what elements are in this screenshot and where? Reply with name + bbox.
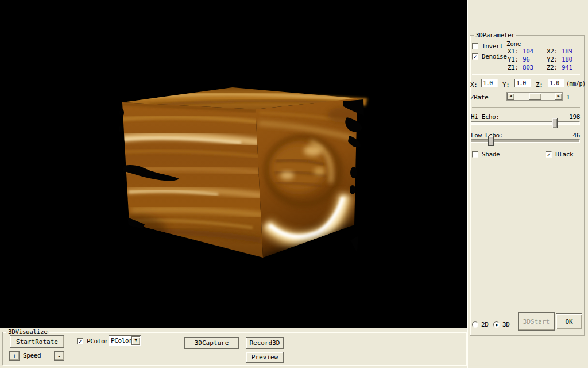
zrate-scroll-left-button[interactable]: ◄: [507, 93, 514, 100]
zone-title: Zone: [506, 40, 521, 48]
invert-label: Invert: [482, 43, 503, 50]
arrow-left-icon: ◄: [510, 93, 512, 100]
pcolor-label: PColor: [87, 338, 108, 345]
speed-label: Speed: [23, 352, 41, 359]
zone-x2-label: X2:: [547, 48, 558, 55]
zone-x1-value: 104: [523, 48, 533, 55]
zone-z1-label: Z1:: [508, 64, 519, 71]
pcolor-checkbox[interactable]: ✓: [77, 338, 83, 344]
scale-z-input[interactable]: [548, 79, 564, 87]
mode-3d-label: 3D: [502, 321, 509, 328]
denoise-checkbox[interactable]: ✓: [472, 53, 478, 60]
scale-x-input[interactable]: [481, 79, 498, 87]
zone-y1-value: 96: [523, 56, 529, 63]
hi-echo-slider[interactable]: [471, 121, 580, 125]
zrate-value: 1: [566, 94, 570, 101]
scale-y-label: Y:: [502, 81, 509, 89]
hi-echo-slider-thumb[interactable]: [552, 118, 558, 128]
hi-echo-label: Hi Echo:: [471, 113, 500, 121]
separator: [472, 107, 580, 108]
parameter-panel: 3DParameter Invert ✓ Denoise Zone X1: 10…: [467, 0, 588, 368]
shade-label: Shade: [482, 151, 500, 158]
scale-y-input[interactable]: [514, 79, 531, 87]
low-echo-slider-thumb[interactable]: [488, 136, 494, 146]
pcolor-dropdown-button[interactable]: ▼: [131, 336, 140, 345]
invert-checkbox[interactable]: [472, 43, 478, 49]
hi-echo-value: 198: [557, 113, 580, 121]
scale-unit-label: (mm/p): [566, 80, 586, 87]
speed-plus-button[interactable]: +: [9, 351, 20, 361]
volume-render: [0, 0, 467, 328]
denoise-label: Denoise: [482, 53, 507, 60]
viewport-3d[interactable]: [0, 0, 467, 328]
pcolor-dropdown[interactable]: PColor ▼: [109, 335, 141, 346]
arrow-right-icon: ►: [558, 93, 560, 100]
start-rotate-button[interactable]: StartRotate: [10, 335, 64, 348]
3dcapture-button[interactable]: 3DCapture: [184, 337, 239, 349]
black-checkbox[interactable]: ✓: [546, 151, 552, 158]
low-echo-slider[interactable]: [471, 139, 580, 143]
zone-y1-label: Y1:: [508, 56, 519, 63]
chevron-down-icon: ▼: [135, 337, 137, 344]
zrate-scroll-thumb[interactable]: [529, 93, 541, 100]
mode-2d-radio[interactable]: [472, 321, 478, 328]
low-echo-label: Low Echo:: [471, 132, 503, 139]
zone-y2-value: 180: [562, 56, 572, 63]
parameter-group-title: 3DParameter: [474, 32, 516, 39]
low-echo-value: 46: [557, 132, 580, 139]
3dstart-button[interactable]: 3DStart: [518, 312, 555, 331]
scale-x-label: X:: [470, 81, 477, 89]
zone-x2-value: 189: [562, 48, 572, 55]
zone-x1-label: X1:: [508, 48, 519, 55]
separator: [472, 74, 580, 75]
shade-checkbox[interactable]: [472, 151, 478, 158]
ok-button[interactable]: OK: [556, 313, 582, 329]
zrate-scroll-right-button[interactable]: ►: [555, 93, 562, 100]
mode-3d-radio[interactable]: ●: [493, 321, 500, 328]
app-window: 3DParameter Invert ✓ Denoise Zone X1: 10…: [0, 0, 588, 368]
visualize-panel: 3DVisualize StartRotate + Speed - ✓ PCol…: [0, 328, 467, 368]
speed-minus-button[interactable]: -: [54, 351, 64, 361]
preview-button[interactable]: Preview: [246, 352, 284, 363]
black-label: Black: [555, 151, 573, 158]
pcolor-dropdown-value: PColor: [111, 337, 132, 344]
zone-z2-label: Z2:: [547, 64, 558, 71]
scale-z-label: Z:: [536, 81, 543, 89]
mode-2d-label: 2D: [481, 321, 488, 328]
zone-z1-value: 803: [523, 64, 533, 71]
zrate-scrollbar[interactable]: ◄ ►: [506, 92, 563, 101]
zrate-label: ZRate: [470, 94, 488, 101]
record3d-button[interactable]: Record3D: [246, 337, 284, 349]
zone-y2-label: Y2:: [547, 56, 558, 63]
zone-z2-value: 941: [562, 64, 572, 71]
